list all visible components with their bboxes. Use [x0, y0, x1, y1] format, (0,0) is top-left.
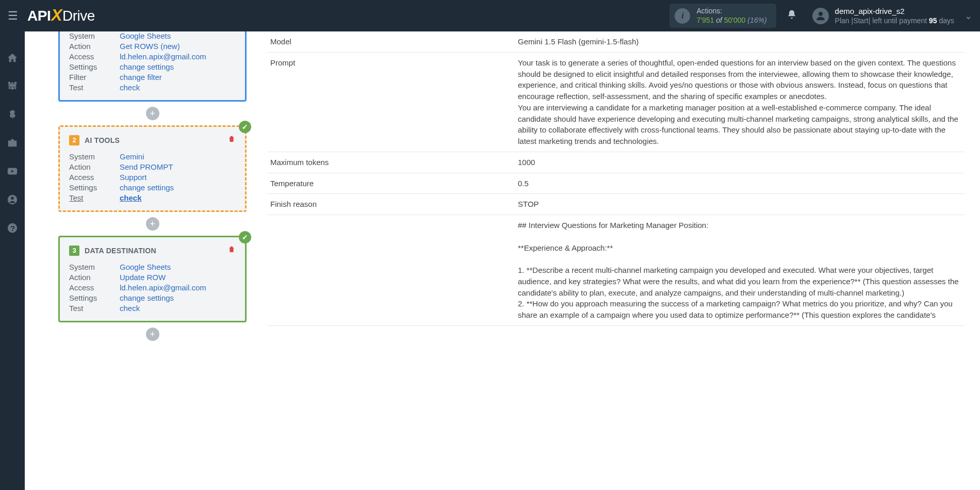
logo[interactable]: APIXDrive [27, 6, 95, 25]
chevron-down-icon[interactable]: ⌄ [965, 10, 972, 22]
top-header: ☰ APIXDrive i Actions: 7'951 of 50'000 (… [0, 0, 980, 31]
user-menu[interactable]: demo_apix-drive_s2 Plan |Start| left unt… [812, 6, 954, 26]
info-icon: i [675, 8, 690, 24]
actions-numbers: 7'951 of 50'000 (16%) [696, 16, 766, 25]
bell-icon[interactable] [787, 9, 797, 23]
user-plan: Plan |Start| left until payment 95 days [835, 16, 954, 25]
avatar-icon [812, 8, 829, 24]
actions-label: Actions: [696, 7, 766, 16]
actions-counter[interactable]: i Actions: 7'951 of 50'000 (16%) [669, 4, 776, 28]
hamburger-menu-icon[interactable]: ☰ [8, 9, 18, 23]
user-name: demo_apix-drive_s2 [835, 6, 954, 17]
